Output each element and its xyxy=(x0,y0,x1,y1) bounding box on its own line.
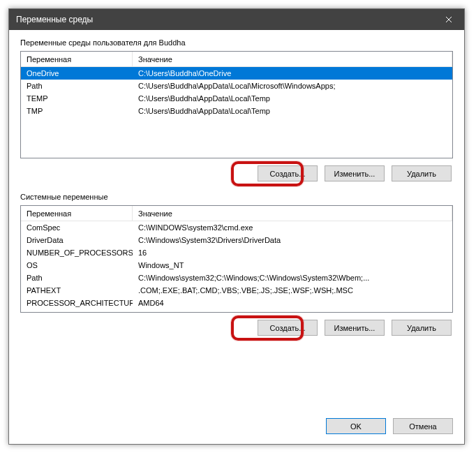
system-buttons-row: Создать... Изменить... Удалить xyxy=(20,320,453,336)
system-vars-group: Системные переменные Переменная Значение… xyxy=(20,193,453,336)
cell-value: C:\Users\Buddha\OneDrive xyxy=(133,68,452,78)
dialog-footer: OK Отмена xyxy=(20,411,453,434)
dialog-body: Переменные среды пользователя для Buddha… xyxy=(9,30,464,444)
cell-value: 16 xyxy=(133,248,452,258)
col-header-value[interactable]: Значение xyxy=(133,52,452,66)
cell-name: TMP xyxy=(21,106,133,116)
user-table-header: Переменная Значение xyxy=(21,52,452,67)
titlebar: Переменные среды xyxy=(9,9,464,30)
cell-name: DriverData xyxy=(21,235,133,245)
system-table-header: Переменная Значение xyxy=(21,206,452,221)
system-edit-button[interactable]: Изменить... xyxy=(325,320,385,336)
cell-name: ComSpec xyxy=(21,223,133,232)
table-row[interactable]: PathC:\Windows\system32;C:\Windows;C:\Wi… xyxy=(21,272,452,284)
user-create-button[interactable]: Создать... xyxy=(258,165,318,181)
cell-value: C:\WINDOWS\system32\cmd.exe xyxy=(133,223,452,232)
table-row[interactable]: TEMPC:\Users\Buddha\AppData\Local\Temp xyxy=(21,92,452,105)
table-row[interactable]: NUMBER_OF_PROCESSORS16 xyxy=(21,246,452,259)
user-vars-label: Переменные среды пользователя для Buddha xyxy=(20,38,453,47)
cell-value: C:\Users\Buddha\AppData\Local\Temp xyxy=(133,106,452,116)
cell-name: NUMBER_OF_PROCESSORS xyxy=(21,248,133,258)
env-vars-dialog: Переменные среды Переменные среды пользо… xyxy=(8,8,465,445)
window-title: Переменные среды xyxy=(16,15,93,24)
user-edit-button[interactable]: Изменить... xyxy=(325,165,385,181)
cell-value: C:\Users\Buddha\AppData\Local\Temp xyxy=(133,94,452,103)
table-row[interactable]: PROCESSOR_ARCHITECTUREAMD64 xyxy=(21,297,452,309)
cell-name: OneDrive xyxy=(21,68,133,78)
table-row[interactable]: PathC:\Users\Buddha\AppData\Local\Micros… xyxy=(21,80,452,92)
user-delete-button[interactable]: Удалить xyxy=(392,165,452,181)
close-icon xyxy=(445,16,452,23)
user-vars-table[interactable]: Переменная Значение OneDriveC:\Users\Bud… xyxy=(20,51,453,158)
system-vars-table[interactable]: Переменная Значение ComSpecC:\WINDOWS\sy… xyxy=(20,205,453,313)
cell-name: TEMP xyxy=(21,94,133,103)
cell-value: C:\Windows\system32;C:\Windows;C:\Window… xyxy=(133,273,452,283)
ok-button[interactable]: OK xyxy=(326,418,386,434)
close-button[interactable] xyxy=(433,9,464,30)
cell-value: C:\Users\Buddha\AppData\Local\Microsoft\… xyxy=(133,81,452,91)
col-header-value[interactable]: Значение xyxy=(133,206,452,221)
cell-value: C:\Windows\System32\Drivers\DriverData xyxy=(133,235,452,245)
user-vars-group: Переменные среды пользователя для Buddha… xyxy=(20,38,453,181)
system-vars-label: Системные переменные xyxy=(20,193,453,201)
col-header-name[interactable]: Переменная xyxy=(21,206,133,221)
cell-name: PATHEXT xyxy=(21,285,133,295)
table-row[interactable]: DriverDataC:\Windows\System32\Drivers\Dr… xyxy=(21,234,452,246)
table-row[interactable]: OneDriveC:\Users\Buddha\OneDrive xyxy=(21,67,452,80)
col-header-name[interactable]: Переменная xyxy=(21,52,133,66)
cell-name: PROCESSOR_ARCHITECTURE xyxy=(21,298,133,308)
table-row[interactable]: OSWindows_NT xyxy=(21,259,452,272)
cancel-button[interactable]: Отмена xyxy=(393,418,453,434)
table-row[interactable]: TMPC:\Users\Buddha\AppData\Local\Temp xyxy=(21,105,452,117)
system-create-button[interactable]: Создать... xyxy=(258,320,318,336)
system-delete-button[interactable]: Удалить xyxy=(392,320,452,336)
cell-name: Path xyxy=(21,81,133,91)
table-row[interactable]: ComSpecC:\WINDOWS\system32\cmd.exe xyxy=(21,221,452,234)
cell-name: Path xyxy=(21,273,133,283)
cell-value: .COM;.EXE;.BAT;.CMD;.VBS;.VBE;.JS;.JSE;.… xyxy=(133,285,452,295)
cell-value: AMD64 xyxy=(133,298,452,308)
cell-value: Windows_NT xyxy=(133,260,452,270)
cell-name: OS xyxy=(21,260,133,270)
table-row[interactable]: PATHEXT.COM;.EXE;.BAT;.CMD;.VBS;.VBE;.JS… xyxy=(21,284,452,297)
user-buttons-row: Создать... Изменить... Удалить xyxy=(20,165,453,181)
